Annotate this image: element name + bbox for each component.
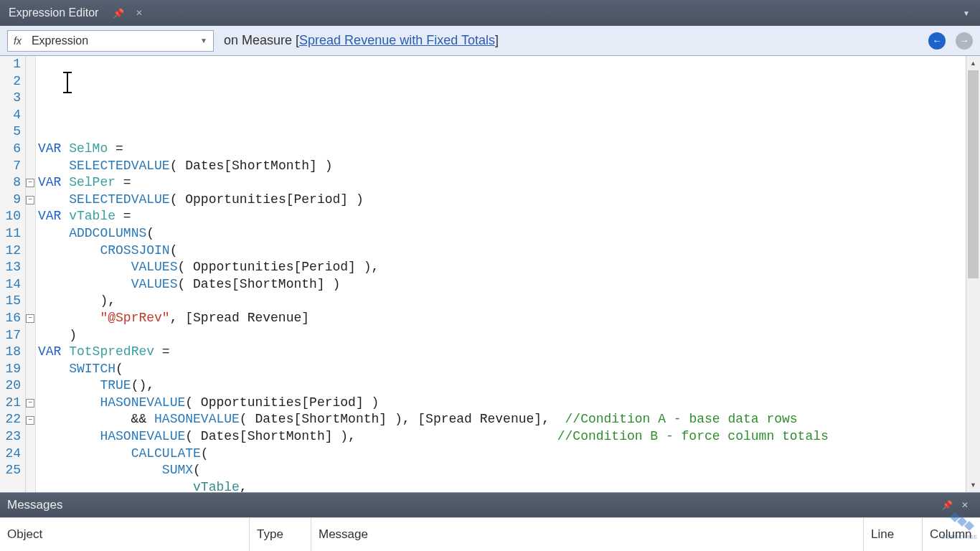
- line-number: 21: [3, 395, 21, 412]
- line-number: 17: [3, 327, 21, 344]
- line-number: 10: [3, 208, 21, 225]
- expression-context: on Measure [Spread Revenue with Fixed To…: [224, 33, 499, 48]
- expression-selector-value: Expression: [27, 34, 194, 47]
- line-number: 23: [3, 428, 21, 446]
- fold-gutter[interactable]: −−−−−: [26, 56, 36, 492]
- code-line[interactable]: HASONEVALUE( Opportunities[Period] ): [38, 395, 966, 412]
- code-line[interactable]: VAR vTable =: [38, 208, 966, 225]
- pin-icon[interactable]: 📌: [107, 8, 130, 19]
- code-line[interactable]: vTable,: [38, 479, 966, 492]
- code-line[interactable]: SUMX(: [38, 462, 966, 479]
- code-line[interactable]: VALUES( Dates[ShortMonth] ): [38, 276, 966, 293]
- line-number: 12: [3, 242, 21, 260]
- line-number: 16: [3, 310, 21, 327]
- line-number-gutter: 1234567891011121314151617181920212223242…: [0, 56, 26, 492]
- title-bar: Expression Editor 📌 ✕ ▼: [0, 0, 980, 26]
- code-line[interactable]: SWITCH(: [38, 361, 966, 378]
- text-cursor: [67, 72, 68, 93]
- code-content[interactable]: VAR SelMo = SELECTEDVALUE( Dates[ShortMo…: [36, 56, 966, 492]
- fx-icon: fx: [8, 35, 27, 47]
- line-number: 3: [3, 90, 21, 107]
- line-number: 6: [3, 141, 21, 158]
- window-menu-caret-icon[interactable]: ▼: [963, 9, 974, 17]
- column-header-line[interactable]: Line: [864, 518, 923, 551]
- scroll-thumb[interactable]: [968, 70, 979, 278]
- code-line[interactable]: ADDCOLUMNS(: [38, 225, 966, 242]
- scroll-down-icon[interactable]: ▼: [966, 478, 980, 492]
- messages-panel-title: Messages: [7, 498, 62, 512]
- line-number: 22: [3, 411, 21, 428]
- context-prefix: on Measure: [224, 33, 296, 47]
- toolbar: fx Expression ▼ on Measure [Spread Reven…: [0, 26, 980, 56]
- code-line[interactable]: && HASONEVALUE( Dates[ShortMonth] ), [Sp…: [38, 411, 966, 428]
- nav-forward-button: →: [956, 32, 973, 50]
- fold-toggle-icon[interactable]: −: [26, 399, 34, 408]
- scroll-up-icon[interactable]: ▲: [966, 56, 980, 70]
- line-number: 2: [3, 73, 21, 90]
- code-line[interactable]: SELECTEDVALUE( Dates[ShortMonth] ): [38, 158, 966, 175]
- messages-panel-header: Messages 📌 ✕: [0, 493, 980, 517]
- fold-toggle-icon[interactable]: −: [26, 416, 34, 425]
- column-header-message[interactable]: Message: [311, 518, 864, 551]
- pin-icon[interactable]: 📌: [938, 500, 957, 510]
- code-line[interactable]: CROSSJOIN(: [38, 242, 966, 260]
- line-number: 4: [3, 107, 21, 124]
- expression-selector[interactable]: fx Expression ▼: [7, 30, 214, 52]
- code-line[interactable]: CALCULATE(: [38, 446, 966, 463]
- nav-back-button[interactable]: ←: [928, 32, 946, 50]
- line-number: 11: [3, 225, 21, 242]
- measure-link[interactable]: Spread Revenue with Fixed Totals: [299, 33, 495, 47]
- column-header-object[interactable]: Object: [0, 518, 250, 551]
- line-number: 1: [3, 56, 21, 73]
- vertical-scrollbar[interactable]: ▲ ▼: [966, 56, 980, 492]
- code-line[interactable]: ),: [38, 293, 966, 310]
- window-title: Expression Editor: [6, 6, 107, 19]
- editor-area: 1234567891011121314151617181920212223242…: [0, 56, 980, 493]
- line-number: 24: [3, 446, 21, 463]
- line-number: 19: [3, 361, 21, 378]
- code-line[interactable]: VAR SelMo =: [38, 141, 966, 158]
- close-tab-icon[interactable]: ✕: [130, 8, 149, 18]
- code-line[interactable]: [38, 107, 966, 124]
- code-line[interactable]: SELECTEDVALUE( Opportunities[Period] ): [38, 192, 966, 209]
- code-line[interactable]: [38, 123, 966, 141]
- code-line[interactable]: HASONEVALUE( Dates[ShortMonth] ), //Cond…: [38, 428, 966, 446]
- line-number: 25: [3, 462, 21, 479]
- line-number: 15: [3, 293, 21, 310]
- code-line[interactable]: "@SprRev", [Spread Revenue]: [38, 310, 966, 327]
- code-line[interactable]: ): [38, 327, 966, 344]
- fold-toggle-icon[interactable]: −: [26, 314, 34, 323]
- code-line[interactable]: VAR TotSpredRev =: [38, 344, 966, 361]
- line-number: 13: [3, 259, 21, 276]
- line-number: 5: [3, 123, 21, 141]
- line-number: 7: [3, 158, 21, 175]
- code-line[interactable]: TRUE(),: [38, 377, 966, 395]
- fold-toggle-icon[interactable]: −: [26, 196, 34, 204]
- chevron-down-icon[interactable]: ▼: [194, 37, 213, 44]
- line-number: 18: [3, 344, 21, 361]
- close-icon[interactable]: ✕: [957, 500, 973, 510]
- code-editor[interactable]: 1234567891011121314151617181920212223242…: [0, 56, 966, 492]
- fold-toggle-icon[interactable]: −: [26, 179, 34, 187]
- line-number: 20: [3, 377, 21, 395]
- line-number: 8: [3, 174, 21, 192]
- code-line[interactable]: VALUES( Opportunities[Period] ),: [38, 259, 966, 276]
- code-line[interactable]: VAR SelPer =: [38, 174, 966, 192]
- column-header-type[interactable]: Type: [250, 518, 311, 551]
- messages-grid-header: Object Type Message Line Column: [0, 517, 980, 551]
- line-number: 14: [3, 276, 21, 293]
- column-header-column[interactable]: Column: [923, 518, 980, 551]
- line-number: 9: [3, 192, 21, 209]
